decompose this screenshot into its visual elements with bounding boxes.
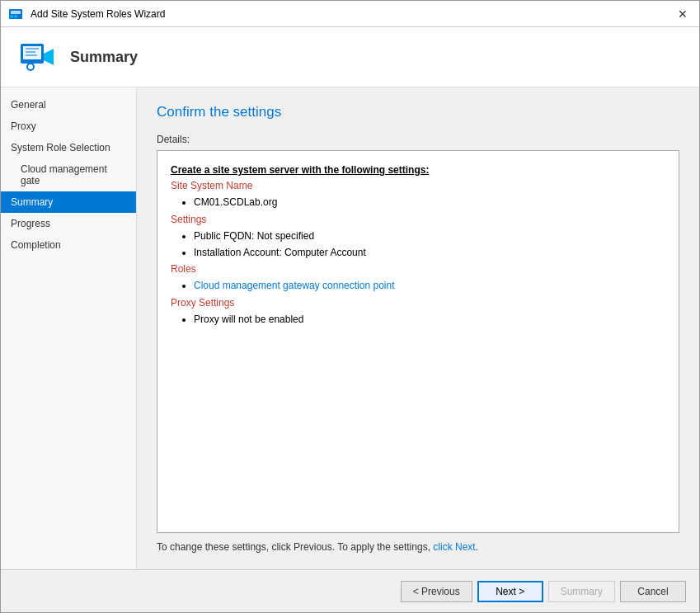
sidebar-item-general[interactable]: General	[1, 94, 136, 116]
svg-rect-7	[26, 51, 35, 53]
details-box: Create a site system server with the fol…	[157, 150, 679, 533]
footer-hint: To change these settings, click Previous…	[157, 541, 679, 556]
button-bar: < Previous Next > Summary Cancel	[1, 569, 699, 612]
svg-point-3	[14, 15, 17, 18]
proxy-item-0: Proxy will not be enabled	[194, 312, 665, 328]
proxy-settings-label: Proxy Settings	[171, 297, 234, 309]
click-next-link[interactable]: click Next	[433, 541, 475, 553]
details-label: Details:	[157, 134, 679, 145]
settings-item-0: Public FQDN: Not specified	[194, 229, 665, 244]
close-button[interactable]: ✕	[673, 4, 693, 24]
site-system-name-label: Site System Name	[171, 180, 252, 191]
sidebar: General Proxy System Role Selection Clou…	[1, 87, 137, 569]
sidebar-item-progress[interactable]: Progress	[1, 213, 136, 234]
main-window: Add Site System Roles Wizard ✕ Summary G…	[0, 0, 700, 613]
summary-button[interactable]: Summary	[548, 581, 615, 602]
sidebar-item-system-role-selection[interactable]: System Role Selection	[1, 137, 136, 158]
svg-point-11	[28, 64, 33, 69]
cancel-button[interactable]: Cancel	[620, 581, 686, 602]
sidebar-item-summary[interactable]: Summary	[1, 191, 136, 213]
previous-button[interactable]: < Previous	[401, 581, 472, 602]
header-title: Summary	[70, 49, 138, 66]
page-title: Confirm the settings	[157, 104, 679, 120]
roles-label: Roles	[171, 263, 196, 275]
svg-point-2	[10, 15, 13, 18]
svg-rect-1	[11, 11, 21, 14]
details-heading: Create a site system server with the fol…	[171, 164, 429, 176]
title-bar: Add Site System Roles Wizard ✕	[1, 1, 699, 27]
svg-rect-6	[26, 48, 39, 50]
settings-label: Settings	[171, 214, 206, 225]
sidebar-item-cloud-management[interactable]: Cloud management gate	[1, 158, 136, 191]
next-button[interactable]: Next >	[477, 581, 543, 602]
sidebar-item-proxy[interactable]: Proxy	[1, 116, 136, 137]
svg-marker-9	[44, 49, 54, 65]
main-content: General Proxy System Role Selection Clou…	[1, 87, 699, 569]
sidebar-item-completion[interactable]: Completion	[1, 234, 136, 256]
window-icon	[7, 6, 24, 22]
header-icon	[17, 37, 57, 77]
svg-rect-8	[26, 54, 37, 56]
site-system-name-value: CM01.SCDLab.org	[194, 195, 665, 210]
title-bar-text: Add Site System Roles Wizard	[31, 8, 673, 20]
settings-item-1: Installation Account: Computer Account	[194, 245, 665, 261]
content-area: Confirm the settings Details: Create a s…	[137, 87, 699, 569]
roles-item-0: Cloud management gateway connection poin…	[194, 278, 665, 294]
cloud-management-link: Cloud management gateway connection poin…	[194, 280, 395, 291]
header-area: Summary	[1, 27, 699, 87]
public-fqdn-label: Public FQDN: Not specified	[194, 230, 314, 242]
